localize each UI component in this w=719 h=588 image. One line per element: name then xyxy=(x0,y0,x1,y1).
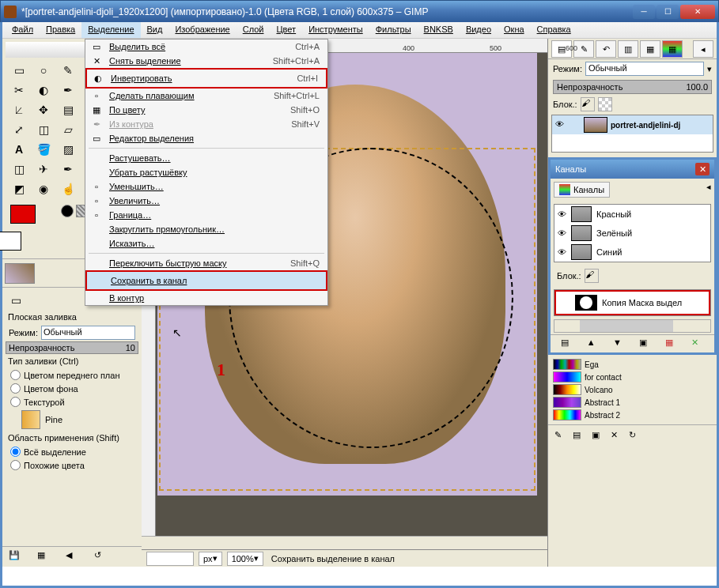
tool-gradient[interactable]: ▨ xyxy=(57,141,79,158)
lock-alpha-icon[interactable] xyxy=(598,97,612,111)
channels-hscroll[interactable] xyxy=(554,319,711,333)
new-grad-icon[interactable]: ▤ xyxy=(573,430,581,440)
menu-grow[interactable]: ▫Увеличить… xyxy=(85,194,327,208)
layer-opacity-slider[interactable]: Непрозрачность100.0 xyxy=(553,80,712,94)
tab-channels-a[interactable]: ▥ xyxy=(618,40,638,58)
tool-move[interactable]: ✥ xyxy=(32,101,55,119)
raise-channel-icon[interactable]: ▲ xyxy=(587,337,600,350)
menu-image[interactable]: Изображение xyxy=(168,22,236,38)
status-zoom[interactable]: 100% ▾ xyxy=(227,552,263,566)
gradient-ega[interactable]: Ega xyxy=(551,358,713,371)
menu-feather[interactable]: Растушевать… xyxy=(85,151,327,165)
scope-similar-radio[interactable]: Похожие цвета xyxy=(6,458,138,472)
menu-save-to-channel[interactable]: Сохранить в канал xyxy=(85,270,327,291)
channels-titlebar[interactable]: Каналы ✕ xyxy=(551,160,714,179)
channels-tab-menu-icon[interactable]: ◂ xyxy=(706,182,711,192)
layer-row[interactable]: 👁 portret-andjelini-dj xyxy=(552,115,713,134)
menu-video[interactable]: Видео xyxy=(460,22,498,38)
channel-blue[interactable]: 👁Синий xyxy=(554,243,710,262)
close-button[interactable]: ✕ xyxy=(680,5,715,19)
menu-layer[interactable]: Слой xyxy=(237,22,271,38)
menu-color[interactable]: Цвет xyxy=(270,22,302,38)
menu-to-path[interactable]: В контур xyxy=(85,291,327,305)
tool-paths[interactable]: ✒ xyxy=(57,81,79,99)
tool-airbrush[interactable]: ✈ xyxy=(32,160,55,178)
menu-select-all[interactable]: ▭Выделить всёCtrl+A xyxy=(85,40,327,54)
menu-help[interactable]: Справка xyxy=(531,22,577,38)
gradient-volcano[interactable]: Volcano xyxy=(551,383,713,396)
fill-tex-radio[interactable]: Текстурой xyxy=(6,395,138,409)
opacity-slider[interactable]: Непрозрачность10 xyxy=(6,341,138,354)
menu-by-color[interactable]: ▦По цветуShift+O xyxy=(85,103,327,117)
tool-ellipse-select[interactable]: ○ xyxy=(32,62,55,79)
gradient-abs2[interactable]: Abstract 2 xyxy=(551,409,713,421)
tool-eraser[interactable]: ◫ xyxy=(8,160,30,178)
menu-toggle-quickmask[interactable]: Переключить быструю маскуShift+Q xyxy=(85,256,327,270)
menu-shrink[interactable]: ▫Уменьшить… xyxy=(85,179,327,194)
menu-invert[interactable]: ◐ИнвертироватьCtrl+I xyxy=(85,68,327,89)
menu-distort[interactable]: Исказить… xyxy=(85,236,327,251)
ch-lock-icon[interactable]: 🖌 xyxy=(585,269,599,283)
menu-selection-editor[interactable]: ▭Редактор выделения xyxy=(85,131,327,145)
maximize-button[interactable]: ☐ xyxy=(657,5,679,19)
tool-text[interactable]: A xyxy=(8,141,30,158)
menu-border[interactable]: ▫Граница… xyxy=(85,208,327,222)
menu-bnksb[interactable]: BNKSB xyxy=(418,22,460,38)
menu-windows[interactable]: Окна xyxy=(498,22,531,38)
menu-round-rect[interactable]: Закруглить прямоугольник… xyxy=(85,222,327,236)
edit-grad-icon[interactable]: ✎ xyxy=(554,430,562,440)
image-thumbnail[interactable] xyxy=(5,263,35,284)
del-grad-icon[interactable]: ✕ xyxy=(611,430,618,440)
tool-shear[interactable]: ◫ xyxy=(32,121,55,138)
mask-channel-row[interactable]: Копия Маска выдел xyxy=(554,289,711,316)
lower-channel-icon[interactable]: ▼ xyxy=(613,337,626,350)
menu-view[interactable]: Вид xyxy=(141,22,169,38)
visibility-icon[interactable]: 👁 xyxy=(558,228,566,238)
background-color[interactable] xyxy=(0,232,21,251)
tool-ink[interactable]: ✒ xyxy=(57,160,79,178)
tool-perspective[interactable]: ▱ xyxy=(57,121,79,138)
lock-pixels-icon[interactable]: 🖌 xyxy=(581,97,595,111)
foreground-color[interactable] xyxy=(10,205,36,224)
minimize-button[interactable]: ─ xyxy=(633,5,655,19)
texture-thumb[interactable] xyxy=(21,410,40,429)
menu-file[interactable]: Файл xyxy=(6,22,40,38)
scope-whole-radio[interactable]: Всё выделение xyxy=(6,445,138,458)
brush-indicator[interactable] xyxy=(61,205,74,217)
gradient-abs1[interactable]: Abstract 1 xyxy=(551,396,713,409)
visibility-icon[interactable]: 👁 xyxy=(555,119,566,130)
layer-mode-select[interactable]: Обычный xyxy=(585,62,704,76)
fill-bg-radio[interactable]: Цветом фона xyxy=(6,382,138,395)
status-unit[interactable]: px ▾ xyxy=(199,552,222,566)
menu-tools[interactable]: Инструменты xyxy=(302,22,369,38)
channels-tab[interactable]: Каналы xyxy=(554,182,610,198)
menu-filters[interactable]: Фильтры xyxy=(369,22,418,38)
tab-channels-b[interactable]: ▦ xyxy=(662,40,683,58)
new-channel-icon[interactable]: ▤ xyxy=(561,337,573,350)
menu-select[interactable]: Выделение xyxy=(81,22,140,38)
tool-scale[interactable]: ⤢ xyxy=(8,121,30,138)
menu-remove-feather[interactable]: Убрать растушёвку xyxy=(85,165,327,179)
tab-histogram[interactable]: ▦ xyxy=(640,40,660,58)
mode-dropdown-icon[interactable]: ▾ xyxy=(707,64,712,74)
menu-select-none[interactable]: ✕Снять выделениеShift+Ctrl+A xyxy=(85,54,327,68)
channels-close-icon[interactable]: ✕ xyxy=(695,163,710,175)
tool-smudge[interactable]: ☝ xyxy=(57,180,79,198)
visibility-icon[interactable]: 👁 xyxy=(558,209,566,219)
tool-blur[interactable]: ◉ xyxy=(32,180,55,198)
to-select-icon[interactable]: ▦ xyxy=(665,337,678,350)
tool-free-select[interactable]: ✎ xyxy=(57,62,79,79)
tool-align[interactable]: ▤ xyxy=(57,101,79,119)
mask-name[interactable]: Копия Маска выдел xyxy=(602,298,682,307)
fill-fg-radio[interactable]: Цветом переднего план xyxy=(6,368,138,382)
dup-channel-icon[interactable]: ▣ xyxy=(639,337,652,350)
gradient-contact[interactable]: for contact xyxy=(551,371,713,383)
layer-name[interactable]: portret-andjelini-dj xyxy=(611,121,680,130)
tool-opts-tab[interactable]: ▭ xyxy=(7,292,25,308)
delete-channel-icon[interactable]: ✕ xyxy=(691,337,704,350)
reset-opts-icon[interactable]: ↺ xyxy=(94,550,108,564)
horizontal-scrollbar[interactable] xyxy=(142,536,547,549)
restore-opts-icon[interactable]: ▦ xyxy=(37,550,51,564)
tool-scissors[interactable]: ✂ xyxy=(8,81,30,99)
channel-green[interactable]: 👁Зелёный xyxy=(554,224,710,243)
